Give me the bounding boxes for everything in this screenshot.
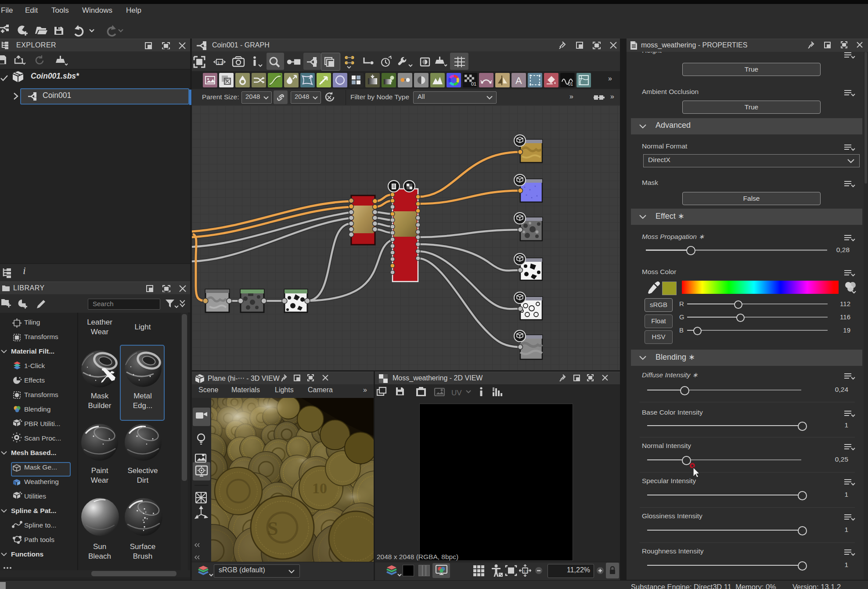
svg-text:UV: UV: [451, 389, 462, 397]
svg-text:01: 01: [471, 81, 476, 87]
svg-text:1:1: 1:1: [523, 569, 529, 573]
svg-text:1:1: 1:1: [217, 61, 223, 65]
svg-text:01: 01: [568, 82, 573, 87]
svg-text:A: A: [515, 75, 522, 86]
